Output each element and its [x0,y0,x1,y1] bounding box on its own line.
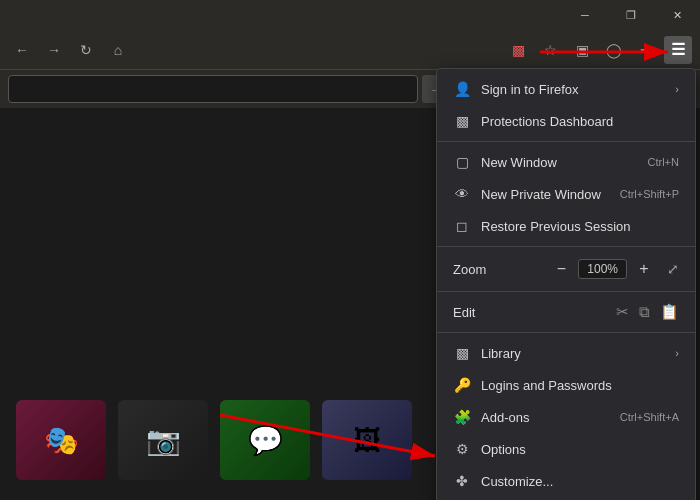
refresh-button[interactable]: ↻ [72,36,100,64]
sync-icon[interactable]: ◯ [600,36,628,64]
zoom-out-button[interactable]: − [550,258,572,280]
hamburger-menu-button[interactable]: ☰ [664,36,692,64]
new-window-icon: ▢ [453,153,471,171]
home-button[interactable]: ⌂ [104,36,132,64]
edit-controls: ✂ ⧉ 📋 [616,303,679,321]
library-arrow: › [675,347,679,359]
monitor-icon[interactable]: ▣ [568,36,596,64]
cut-icon[interactable]: ✂ [616,303,629,321]
options-label: Options [481,442,679,457]
edit-label: Edit [453,305,616,320]
back-button[interactable]: ← [8,36,36,64]
thumbnails-container: 🎭 📷 💬 🖼 [0,380,428,500]
shield-chart-icon: ▩ [453,112,471,130]
new-window-shortcut: Ctrl+N [648,156,679,168]
new-private-window-shortcut: Ctrl+Shift+P [620,188,679,200]
menu-item-protections-dashboard[interactable]: ▩ Protections Dashboard [437,105,695,137]
thumbnail-3[interactable]: 💬 [220,400,310,480]
url-bar[interactable] [8,75,418,103]
sign-in-arrow: › [675,83,679,95]
zoom-expand-button[interactable]: ⤢ [667,261,679,277]
star-icon[interactable]: ☆ [536,36,564,64]
restore-session-label: Restore Previous Session [481,219,679,234]
person-icon: 👤 [453,80,471,98]
zoom-controls: − 100% + ⤢ [550,258,679,280]
copy-icon[interactable]: ⧉ [639,303,650,321]
menu-item-customize[interactable]: ✤ Customize... [437,465,695,497]
minimize-button[interactable]: ─ [562,0,608,30]
customize-label: Customize... [481,474,679,489]
paste-icon[interactable]: 📋 [660,303,679,321]
separator-2 [437,246,695,247]
separator-4 [437,332,695,333]
menu-item-zoom: Zoom − 100% + ⤢ [437,251,695,287]
thumb-image-1: 🎭 [16,400,106,480]
addons-label: Add-ons [481,410,610,425]
menu-item-restore-session[interactable]: ◻ Restore Previous Session [437,210,695,242]
separator-3 [437,291,695,292]
new-window-label: New Window [481,155,638,170]
menu-item-library[interactable]: ▩ Library › [437,337,695,369]
thumb-image-4: 🖼 [322,400,412,480]
close-button[interactable]: ✕ [654,0,700,30]
library-label: Library [481,346,665,361]
maximize-button[interactable]: ❐ [608,0,654,30]
addons-shortcut: Ctrl+Shift+A [620,411,679,423]
menu-item-edit: Edit ✂ ⧉ 📋 [437,296,695,328]
protections-dashboard-label: Protections Dashboard [481,114,679,129]
thumbnail-2[interactable]: 📷 [118,400,208,480]
puzzle-icon: 🧩 [453,408,471,426]
menu-item-sign-in[interactable]: 👤 Sign in to Firefox › [437,73,695,105]
toolbar: ← → ↻ ⌂ ▩ ☆ ▣ ◯ ➡ ☰ [0,30,700,70]
thumb-image-2: 📷 [118,400,208,480]
sign-in-label: Sign in to Firefox [481,82,665,97]
thumb-image-3: 💬 [220,400,310,480]
chart-icon[interactable]: ▩ [504,36,532,64]
title-bar-controls: ─ ❐ ✕ [562,0,700,30]
browser-frame: ─ ❐ ✕ ← → ↻ ⌂ ▩ ☆ ▣ ◯ ➡ ☰ → 🎭 📷 [0,0,700,500]
menu-item-new-window[interactable]: ▢ New Window Ctrl+N [437,146,695,178]
menu-item-options[interactable]: ⚙ Options [437,433,695,465]
menu-item-logins[interactable]: 🔑 Logins and Passwords [437,369,695,401]
new-private-window-label: New Private Window [481,187,610,202]
thumbnail-1[interactable]: 🎭 [16,400,106,480]
arrow-right-icon[interactable]: ➡ [632,36,660,64]
menu-item-addons[interactable]: 🧩 Add-ons Ctrl+Shift+A [437,401,695,433]
hamburger-dropdown-menu: 👤 Sign in to Firefox › ▩ Protections Das… [436,68,696,500]
menu-item-new-private-window[interactable]: 👁 New Private Window Ctrl+Shift+P [437,178,695,210]
library-icon: ▩ [453,344,471,362]
gear-icon: ⚙ [453,440,471,458]
thumbnail-4[interactable]: 🖼 [322,400,412,480]
zoom-in-button[interactable]: + [633,258,655,280]
title-bar: ─ ❐ ✕ [0,0,700,30]
restore-icon: ◻ [453,217,471,235]
zoom-value-display: 100% [578,259,627,279]
zoom-label: Zoom [453,262,550,277]
private-window-icon: 👁 [453,185,471,203]
forward-button[interactable]: → [40,36,68,64]
customize-icon: ✤ [453,472,471,490]
separator-1 [437,141,695,142]
key-icon: 🔑 [453,376,471,394]
logins-label: Logins and Passwords [481,378,679,393]
